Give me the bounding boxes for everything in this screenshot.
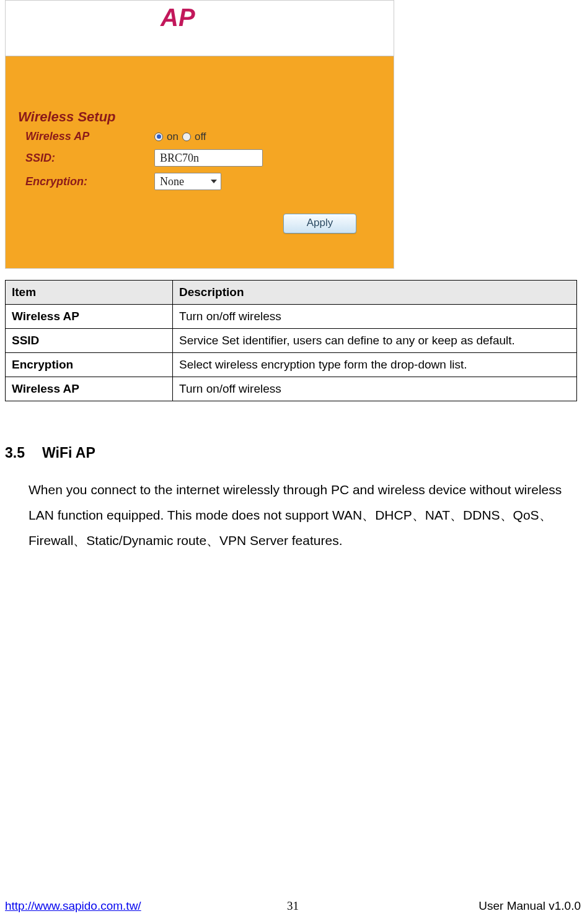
encryption-value: None — [160, 175, 184, 188]
table-row: Wireless AP Turn on/off wireless — [6, 377, 577, 401]
wireless-ap-label: Wireless AP — [18, 130, 154, 143]
footer-manual-version: User Manual v1.0.0 — [478, 899, 581, 913]
section-body: When you connect to the internet wireles… — [5, 477, 577, 554]
section-heading: 3.5WiFi AP — [5, 445, 577, 461]
table-item: Encryption — [6, 353, 173, 377]
footer-url[interactable]: http://www.sapido.com.tw/ — [5, 899, 141, 913]
ap-header: AP — [6, 1, 394, 56]
ssid-row: SSID: — [18, 149, 381, 167]
table-item: SSID — [6, 329, 173, 353]
description-table: Item Description Wireless AP Turn on/off… — [5, 280, 577, 401]
table-desc: Turn on/off wireless — [173, 305, 577, 329]
table-row: SSID Service Set identifier, users can d… — [6, 329, 577, 353]
wireless-setup-heading: Wireless Setup — [18, 109, 381, 125]
table-item: Wireless AP — [6, 305, 173, 329]
router-ui-panel: AP Wireless Setup Wireless AP on off SSI… — [5, 0, 394, 269]
wireless-ap-on-radio[interactable] — [154, 133, 163, 141]
table-row: Wireless AP Turn on/off wireless — [6, 305, 577, 329]
ap-title: AP — [161, 4, 195, 32]
apply-button[interactable]: Apply — [283, 214, 356, 233]
table-desc: Select wireless encryption type form the… — [173, 353, 577, 377]
wireless-ap-off-label: off — [195, 131, 206, 143]
table-row: Encryption Select wireless encryption ty… — [6, 353, 577, 377]
table-header-item: Item — [6, 281, 173, 305]
table-desc: Service Set identifier, users can define… — [173, 329, 577, 353]
encryption-select[interactable]: None — [154, 173, 221, 190]
footer-page-number: 31 — [287, 899, 299, 913]
encryption-label: Encryption: — [18, 175, 154, 188]
encryption-row: Encryption: None — [18, 173, 381, 190]
chevron-down-icon — [211, 180, 217, 183]
table-item: Wireless AP — [6, 377, 173, 401]
wireless-ap-on-label: on — [167, 131, 179, 143]
wireless-setup-area: Wireless Setup Wireless AP on off SSID: … — [6, 56, 394, 233]
ssid-input[interactable] — [154, 149, 263, 167]
page-footer: http://www.sapido.com.tw/ 31 User Manual… — [5, 899, 581, 913]
table-header-row: Item Description — [6, 281, 577, 305]
apply-row: Apply — [18, 214, 381, 233]
ssid-label: SSID: — [18, 152, 154, 165]
table-header-desc: Description — [173, 281, 577, 305]
wireless-ap-row: Wireless AP on off — [18, 130, 381, 143]
wireless-ap-radio-group: on off — [154, 131, 206, 143]
section-number: 3.5 — [5, 445, 25, 461]
wireless-ap-off-radio[interactable] — [182, 133, 191, 141]
table-desc: Turn on/off wireless — [173, 377, 577, 401]
section-title: WiFi AP — [42, 445, 95, 461]
